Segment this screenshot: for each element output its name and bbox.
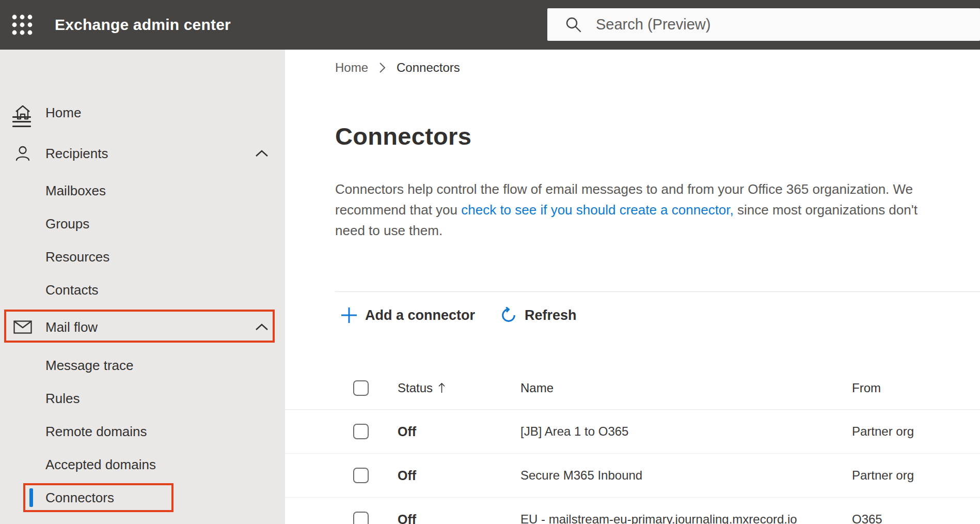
select-all-checkbox[interactable] [353,380,369,396]
sidebar-item-label: Remote domains [45,424,147,440]
app-launcher-button[interactable] [6,8,38,41]
table-row[interactable]: Off Secure M365 Inbound Partner org [285,454,980,498]
description-text: Connectors help control the flow of emai… [335,181,913,197]
table-row[interactable]: Off [JB] Area 1 to O365 Partner org [285,410,980,454]
create-connector-check-link[interactable]: check to see if you should create a conn… [461,202,734,218]
column-header-status[interactable]: Status [398,381,520,395]
main-content: Home Connectors Connectors Connectors he… [285,50,980,524]
arrow-up-icon [438,382,446,394]
table-row[interactable]: Off EU - mailstream-eu-primary.journalin… [285,498,980,524]
description-text: recommend that you [335,202,461,218]
sidebar-item-label: Rules [45,391,80,407]
column-header-label: Status [398,381,433,395]
sidebar-item-label: Resources [45,249,109,265]
home-icon [12,102,33,123]
search-box[interactable] [547,8,980,41]
sidebar-item-label: Home [45,105,81,121]
sidebar-item-label: Groups [45,216,89,232]
name-cell: [JB] Area 1 to O365 [520,424,628,438]
app-title: Exchange admin center [55,0,231,50]
page-description: Connectors help control the flow of emai… [335,179,975,241]
plus-icon [340,306,358,324]
sidebar-item-label: Contacts [45,282,99,298]
column-header-label: Name [520,381,554,395]
sidebar-item-label: Accepted domains [45,457,156,473]
sidebar-item-remote-domains[interactable]: Remote domains [0,415,285,448]
sidebar-item-message-trace[interactable]: Message trace [0,349,285,382]
column-header-label: From [852,381,881,395]
sidebar-item-connectors[interactable]: Connectors [0,481,285,514]
description-text: need to use them. [335,223,442,238]
sidebar-item-accepted-domains[interactable]: Accepted domains [0,448,285,481]
from-cell: Partner org [852,424,914,438]
refresh-label: Refresh [525,307,577,323]
description-text: since most organizations don't [734,202,918,218]
chevron-right-icon [379,62,386,73]
from-cell: O365 [852,512,882,524]
sidebar-item-contacts[interactable]: Contacts [0,273,285,306]
sidebar-item-mailboxes[interactable]: Mailboxes [0,174,285,207]
mail-icon [12,317,33,337]
top-app-bar: Exchange admin center [0,0,980,50]
waffle-icon [11,13,33,36]
person-icon [12,143,33,164]
section-divider [335,291,980,292]
name-cell: EU - mailstream-eu-primary.journaling.mx… [520,512,797,524]
status-cell: Off [398,512,416,524]
sidebar-item-label: Mail flow [45,319,98,335]
chevron-up-icon [254,146,270,161]
breadcrumb: Home Connectors [335,60,460,75]
refresh-icon [500,306,517,324]
sidebar-item-home[interactable]: Home [0,96,285,129]
status-cell: Off [398,468,416,483]
add-connector-button[interactable]: Add a connector [335,303,480,327]
sidebar-item-resources[interactable]: Resources [0,240,285,273]
selected-indicator [29,488,33,507]
add-connector-label: Add a connector [365,307,475,323]
sidebar-item-label: Recipients [45,146,108,162]
page-title: Connectors [335,122,471,150]
command-bar: Add a connector Refresh [335,300,582,331]
sidebar-item-label: Mailboxes [45,183,106,199]
row-checkbox[interactable] [353,424,369,439]
breadcrumb-home-link[interactable]: Home [335,60,368,75]
sidebar-item-label: Connectors [45,490,114,506]
name-cell: Secure M365 Inbound [520,468,642,482]
column-header-name[interactable]: Name [520,381,852,395]
table-header-row: Status Name From [285,367,980,410]
left-navigation: Home Recipients Mailboxes Groups Resourc… [0,50,285,524]
sidebar-item-recipients[interactable]: Recipients [0,137,285,170]
search-icon [565,16,582,34]
row-checkbox[interactable] [353,468,369,483]
column-header-from[interactable]: From [852,381,980,395]
from-cell: Partner org [852,468,914,482]
search-input[interactable] [596,16,906,33]
refresh-button[interactable]: Refresh [495,303,582,327]
sidebar-item-rules[interactable]: Rules [0,382,285,415]
sidebar-item-groups[interactable]: Groups [0,207,285,240]
breadcrumb-current: Connectors [397,60,460,75]
sidebar-item-mail-flow[interactable]: Mail flow [0,311,285,344]
sidebar-item-label: Message trace [45,358,134,374]
row-checkbox[interactable] [353,512,369,524]
status-cell: Off [398,424,416,439]
chevron-up-icon [254,319,270,335]
